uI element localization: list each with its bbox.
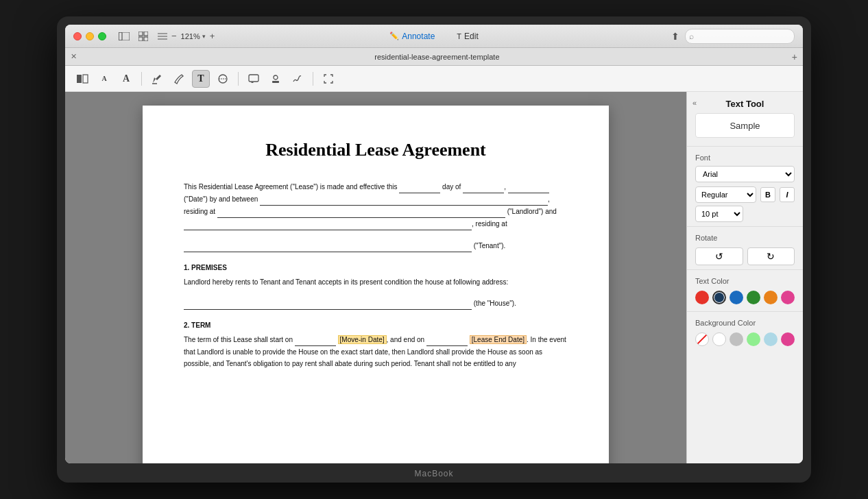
panel-collapse-button[interactable]: «: [692, 99, 697, 107]
maximize-button[interactable]: [98, 32, 106, 40]
rotate-right-button[interactable]: ↻: [747, 247, 795, 265]
font-size-selector[interactable]: 10 pt 8 pt 9 pt 11 pt 12 pt 14 pt 16 pt …: [695, 206, 743, 222]
close-tab-button[interactable]: ✕: [71, 52, 77, 61]
close-button[interactable]: [73, 32, 82, 40]
party1-blank: [260, 193, 548, 206]
toolbar-separator-2: [238, 72, 239, 86]
pdf-viewer[interactable]: Residential Lease Agreement This Residen…: [65, 92, 686, 463]
bg-swatch-transparent[interactable]: [695, 332, 709, 346]
rotate-left-button[interactable]: ↺: [695, 247, 743, 265]
share-icon[interactable]: ⬆: [671, 31, 679, 42]
font-label: Font: [687, 151, 803, 165]
svg-rect-3: [144, 32, 148, 36]
highlight-tool-icon[interactable]: [148, 70, 166, 88]
section1-body: Landlord hereby rents to Tenant and Tena…: [184, 276, 568, 288]
panel-title: Text Tool: [695, 99, 795, 109]
main-area: Residential Lease Agreement This Residen…: [65, 92, 803, 463]
end-date-blank: [426, 334, 468, 346]
bg-color-row: [695, 332, 795, 346]
svg-rect-2: [138, 32, 143, 36]
move-in-date-highlight: [Move-in Date]: [338, 335, 387, 344]
zoom-control: − 121% ▾ +: [169, 31, 217, 41]
bg-swatch-white[interactable]: [712, 332, 726, 346]
file-tab-bar: ✕ residential-lease-agreement-template +: [65, 48, 803, 66]
text-color-row: [695, 291, 795, 304]
svg-rect-14: [249, 75, 258, 82]
bold-button[interactable]: B: [760, 187, 775, 202]
section1-title: 1. PREMISES: [184, 262, 568, 273]
zoom-level: 121%: [181, 32, 200, 40]
traffic-lights: [73, 32, 106, 40]
color-swatch-red[interactable]: [695, 291, 709, 304]
bg-swatch-pink[interactable]: [781, 332, 795, 346]
laptop-label: MacBook: [414, 469, 453, 478]
address1-blank: [217, 206, 505, 218]
font-selector[interactable]: Arial: [695, 166, 795, 182]
house-blank-line: (the "House").: [184, 297, 568, 310]
edit-tab[interactable]: T Edit: [453, 30, 482, 42]
color-swatch-pink[interactable]: [781, 291, 795, 304]
address2-blank: [184, 240, 472, 252]
title-bar: − 121% ▾ + ✏️ Annotate T Edit: [65, 25, 803, 48]
grid-view-icon[interactable]: [136, 31, 150, 42]
zoom-plus-button[interactable]: +: [208, 31, 217, 41]
sidebar-toggle-icon[interactable]: [117, 31, 131, 42]
list-view-icon[interactable]: [156, 31, 169, 42]
font-style-row: Regular Bold Italic Bold Italic B I: [695, 186, 795, 203]
lease-end-date-highlight: [Lease End Date]: [470, 335, 527, 344]
text-large-icon[interactable]: A: [117, 70, 135, 88]
search-input[interactable]: [685, 29, 795, 44]
bg-swatch-light-green[interactable]: [747, 332, 760, 346]
pdf-body: This Residential Lease Agreement ("Lease…: [184, 181, 568, 369]
color-swatch-blue[interactable]: [730, 291, 743, 304]
color-swatch-orange[interactable]: [764, 291, 777, 304]
zoom-dropdown-icon[interactable]: ▾: [202, 33, 206, 40]
panel-header: « Text Tool: [687, 92, 803, 113]
pen-tool-icon[interactable]: [170, 70, 188, 88]
rotate-label: Rotate: [687, 231, 803, 245]
month-blank: [463, 181, 504, 193]
svg-rect-0: [119, 32, 122, 40]
bg-swatch-light-blue[interactable]: [764, 332, 777, 346]
color-swatch-dark-blue[interactable]: [712, 291, 726, 304]
toolbar-separator-1: [141, 72, 142, 86]
text-color-section: Text Color: [687, 274, 803, 307]
add-tab-button[interactable]: +: [792, 51, 797, 62]
fullscreen-icon[interactable]: [320, 70, 337, 88]
bg-color-section: Background Color: [687, 316, 803, 349]
search-wrapper: [685, 29, 795, 44]
sample-preview: Sample: [695, 113, 795, 138]
font-size-row: 10 pt 8 pt 9 pt 11 pt 12 pt 14 pt 16 pt …: [695, 206, 795, 222]
text-tool-icon[interactable]: T: [192, 70, 210, 88]
day-blank: [399, 181, 440, 193]
text-small-icon[interactable]: A: [95, 70, 113, 88]
svg-rect-1: [119, 32, 130, 40]
tenant-line: ("Tenant").: [184, 240, 568, 252]
intro-paragraph: This Residential Lease Agreement ("Lease…: [184, 181, 568, 230]
shapes-tool-icon[interactable]: [214, 70, 232, 88]
divider-1: [687, 146, 803, 147]
italic-button[interactable]: I: [780, 187, 795, 202]
view-controls: [117, 31, 169, 42]
svg-rect-10: [83, 75, 88, 83]
section2-body: The term of this Lease shall start on [M…: [184, 334, 568, 369]
comment-tool-icon[interactable]: [245, 70, 263, 88]
annotate-tab[interactable]: ✏️ Annotate: [385, 30, 439, 42]
pdf-title: Residential Lease Agreement: [184, 140, 568, 160]
zoom-minus-button[interactable]: −: [169, 31, 179, 41]
rotate-row: ↺ ↻: [695, 247, 795, 265]
stamp-tool-icon[interactable]: [267, 70, 285, 88]
text-color-label: Text Color: [695, 277, 795, 288]
sign-tool-icon[interactable]: [289, 70, 306, 88]
redact-tool-icon[interactable]: [73, 70, 91, 88]
pdf-page: Residential Lease Agreement This Residen…: [143, 106, 609, 463]
bg-swatch-light-gray[interactable]: [730, 332, 743, 346]
color-swatch-green[interactable]: [747, 291, 760, 304]
toolbar-tabs: ✏️ Annotate T Edit: [385, 30, 482, 42]
font-style-selector[interactable]: Regular Bold Italic Bold Italic: [695, 186, 756, 203]
svg-rect-5: [144, 37, 148, 41]
minimize-button[interactable]: [86, 32, 94, 40]
svg-rect-16: [272, 81, 279, 83]
bg-color-label: Background Color: [695, 319, 795, 330]
divider-3: [687, 269, 803, 270]
